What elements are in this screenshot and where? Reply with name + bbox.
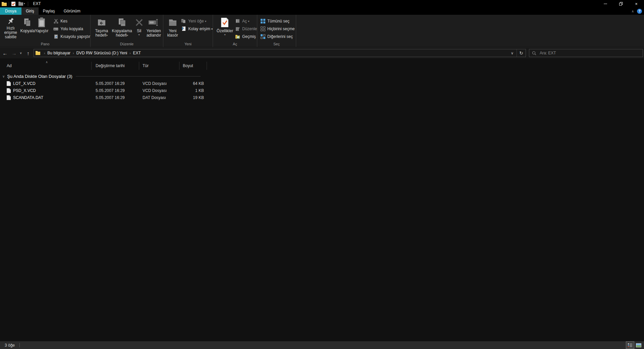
rename-icon	[148, 17, 159, 28]
copy-to-label: Kopyalama hedefi▾	[110, 29, 134, 38]
rename-label: Yeniden adlandır	[145, 29, 163, 38]
breadcrumb-current-folder[interactable]: EXT	[133, 51, 141, 55]
history-label: Geçmiş	[242, 34, 256, 39]
close-button[interactable]: ×	[629, 0, 644, 7]
column-header-type[interactable]: Tür	[139, 62, 179, 70]
crumb-separator-icon: ›	[70, 51, 76, 55]
breadcrumb-drive[interactable]: DVD RW Sürücüsü (D:) Yeni	[76, 51, 127, 55]
select-all-button[interactable]: Tümünü seç	[260, 17, 294, 25]
paste-icon	[38, 17, 46, 28]
address-folder-icon	[36, 51, 40, 55]
column-headers: ∧ Ad Değiştirme tarihi Tür Boyut	[0, 62, 644, 70]
tab-view[interactable]: Görünüm	[59, 7, 85, 15]
collapse-ribbon-icon[interactable]: ∧	[632, 9, 634, 13]
easy-access-button[interactable]: Kolay erişim ▾	[181, 25, 213, 33]
edit-button[interactable]: Düzenle	[235, 25, 257, 33]
breadcrumb-this-pc[interactable]: Bu bilgisayar	[47, 51, 70, 55]
column-header-date[interactable]: Değiştirme tarihi	[92, 62, 139, 70]
invert-selection-button[interactable]: Diğerlerini seç	[260, 33, 294, 40]
address-bar[interactable]: › Bu bilgisayar › DVD RW Sürücüsü (D:) Y…	[34, 49, 526, 57]
move-to-caret-icon: ▾	[106, 33, 108, 38]
search-box[interactable]	[529, 49, 643, 57]
pin-to-quick-access-button[interactable]: Hızlı erişime sabitle	[1, 16, 20, 39]
properties-icon	[220, 17, 229, 28]
ribbon-empty-space	[296, 15, 644, 47]
file-name: SCANDATA.DAT	[13, 95, 43, 100]
pin-label: Hızlı erişime sabitle	[1, 26, 20, 39]
copy-path-button[interactable]: Yolu kopyala	[53, 25, 90, 33]
file-type: VCD Dosyası	[139, 88, 179, 93]
group-title: Şu Anda Diskte Olan Dosyalar (3)	[7, 74, 72, 79]
group-collapse-icon[interactable]: ∨	[2, 74, 5, 78]
invert-selection-label: Diğerlerini seç	[267, 34, 293, 39]
help-button[interactable]: ?	[637, 9, 642, 14]
sort-ascending-icon: ∧	[46, 60, 48, 64]
recent-locations-chevron-icon: ∨	[20, 51, 22, 55]
details-view-button[interactable]	[626, 341, 634, 349]
ribbon-group-clipboard: Hızlı erişime sabitle Kopyala Yapıştır K…	[0, 15, 91, 47]
file-row[interactable]: SCANDATA.DAT 5.05.2007 16:29 DAT Dosyası…	[0, 94, 644, 101]
qat-customize-caret-icon[interactable]: ▾	[24, 2, 25, 5]
minimize-button[interactable]	[598, 0, 613, 7]
delete-button[interactable]: Sil ▾	[133, 16, 144, 39]
column-header-size[interactable]: Boyut	[179, 62, 207, 70]
qat-properties-icon[interactable]	[11, 1, 16, 6]
move-to-button[interactable]: Taşıma hedefi▾	[93, 16, 110, 39]
file-row[interactable]: PSD_X.VCD 5.05.2007 16:29 VCD Dosyası 1 …	[0, 87, 644, 94]
details-view-icon	[628, 343, 632, 347]
ribbon-group-select: Tümünü seç Hiçbirini seçme Diğerlerini s…	[257, 15, 296, 47]
tab-share[interactable]: Paylaş	[39, 7, 59, 15]
address-dropdown-button[interactable]: ∨	[508, 49, 517, 57]
select-all-icon	[260, 19, 266, 23]
tab-file[interactable]: Dosya	[0, 7, 21, 15]
thumbnail-view-icon	[636, 343, 641, 347]
open-button[interactable]: Aç ▾	[235, 17, 257, 25]
copy-label: Kopyala	[20, 29, 35, 33]
back-button[interactable]: ←	[0, 48, 10, 58]
qat-separator	[9, 2, 9, 6]
ribbon-group-organize: Taşıma hedefi▾ Kopyalama hedefi▾ Sil ▾ Y…	[91, 15, 163, 47]
history-icon	[235, 34, 240, 39]
open-caret-icon: ▾	[248, 20, 249, 23]
file-row[interactable]: LOT_X.VCD 5.05.2007 16:29 VCD Dosyası 64…	[0, 80, 644, 87]
new-item-caret-icon: ▾	[205, 20, 206, 23]
select-none-button[interactable]: Hiçbirini seçme	[260, 25, 294, 33]
open-label: Aç ▾	[242, 19, 249, 23]
copy-to-caret-icon: ▾	[127, 33, 128, 38]
tab-home[interactable]: Giriş	[21, 7, 39, 15]
properties-button[interactable]: Özellikler ▾	[216, 16, 233, 39]
edit-icon	[235, 27, 240, 31]
copy-button[interactable]: Kopyala	[20, 16, 35, 39]
new-item-icon	[181, 19, 186, 23]
select-none-label: Hiçbirini seçme	[267, 27, 294, 31]
close-icon: ×	[635, 1, 638, 6]
file-group-header[interactable]: ∨ Şu Anda Diskte Olan Dosyalar (3)	[0, 72, 644, 80]
copy-to-button[interactable]: Kopyalama hedefi▾	[110, 16, 134, 39]
paste-button[interactable]: Yapıştır	[35, 16, 48, 39]
copy-path-label: Yolu kopyala	[60, 27, 83, 31]
pin-icon	[6, 17, 15, 26]
new-folder-button[interactable]: Yeni klasör	[166, 16, 179, 39]
delete-label: Sil	[137, 29, 141, 33]
qat-newfolder-icon[interactable]	[18, 2, 23, 6]
group-label-select: Seç	[257, 42, 296, 46]
forward-button[interactable]: →	[10, 48, 18, 58]
refresh-button[interactable]: ↻	[517, 49, 526, 57]
restore-icon	[619, 2, 623, 6]
file-date: 5.05.2007 16:29	[92, 95, 139, 100]
file-icon	[7, 81, 11, 86]
group-label-open: Aç	[213, 42, 257, 46]
history-button[interactable]: Geçmiş	[235, 33, 257, 40]
paste-shortcut-button[interactable]: Kısayolu yapıştır	[53, 33, 90, 40]
restore-button[interactable]	[613, 0, 629, 7]
delete-caret-icon: ▾	[139, 33, 140, 36]
rename-button[interactable]: Yeniden adlandır	[145, 16, 163, 39]
cut-button[interactable]: Kes	[53, 17, 90, 25]
new-item-button[interactable]: Yeni öğe ▾	[181, 17, 213, 25]
up-button[interactable]: ↑	[23, 48, 33, 58]
thumbnail-view-button[interactable]	[634, 341, 643, 349]
cut-icon	[53, 19, 59, 23]
search-input[interactable]	[540, 51, 640, 55]
copy-path-icon	[53, 27, 59, 31]
recent-locations-button[interactable]: ∨	[18, 48, 23, 58]
